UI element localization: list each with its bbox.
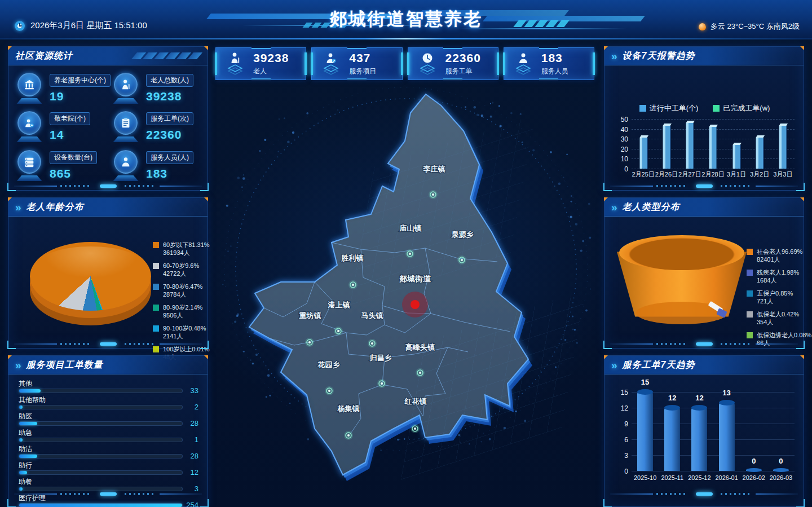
panel-title: 老人类型分布	[623, 201, 680, 213]
x-tick-label: 2025-10	[634, 474, 656, 481]
gridline	[632, 471, 795, 471]
x-tick-label: 3月3日	[773, 170, 792, 179]
y-tick-label: 9	[612, 420, 628, 428]
summary-card: 437服务项目	[311, 47, 402, 80]
y-tick-label: 15	[612, 389, 628, 396]
order-fill	[19, 455, 37, 458]
panel-header: » 服务工单7天趋势	[604, 356, 804, 374]
legend-swatch	[639, 105, 646, 112]
district-label[interactable]: 杨集镇	[337, 404, 360, 413]
order-fill	[19, 438, 23, 442]
chart-column: 02026-02	[740, 392, 767, 471]
x-tick-label: 2025-12	[688, 474, 710, 481]
chart-bar	[664, 408, 680, 471]
stat-label: 设备数量(台)	[50, 151, 97, 164]
chart-bar	[732, 145, 740, 169]
scatter-dot	[580, 249, 582, 252]
scatter-dot	[252, 363, 254, 365]
type-legend: 社会老人96.69%82401人残疾老人1.98%1684人五保户0.85%72…	[747, 248, 811, 352]
scatter-dot	[307, 438, 309, 440]
scatter-dot	[337, 109, 338, 111]
scatter-dot	[397, 439, 399, 441]
icon-platform	[113, 136, 139, 142]
district-label[interactable]: 花园乡	[317, 360, 340, 369]
scatter-dot	[490, 116, 492, 118]
legend-text: 社会老人96.69%82401人	[757, 248, 802, 263]
district-label[interactable]: 港上镇	[328, 301, 350, 309]
district-label[interactable]: 马头镇	[361, 311, 383, 320]
scatter-dot	[571, 195, 572, 197]
scatter-dot	[234, 321, 236, 323]
scatter-dot	[474, 106, 476, 108]
order-row: 助医28	[19, 412, 202, 429]
chart-bar	[639, 138, 647, 169]
order-value: 33	[191, 386, 198, 395]
scatter-dot	[532, 149, 535, 151]
bar-value-label: 13	[722, 389, 730, 397]
scatter-dot	[566, 154, 568, 156]
scatter-dot	[230, 245, 231, 246]
order-label: 助急	[19, 429, 202, 437]
order-label: 其他帮助	[19, 396, 202, 404]
staff-icon	[111, 149, 141, 183]
chart-bar	[746, 470, 762, 471]
age-pie-chart	[30, 242, 151, 327]
legend-item: 五保户0.85%721人	[747, 289, 811, 305]
scatter-dot	[465, 106, 466, 108]
clock-icon	[416, 51, 439, 76]
icon-platform	[17, 175, 42, 181]
y-tick-label: 6	[612, 436, 628, 444]
legend-swatch	[747, 270, 753, 276]
scatter-dot	[277, 151, 279, 152]
legend-item: 已完成工单(w)	[713, 103, 770, 113]
arrow-icon: »	[15, 360, 21, 371]
center-alert-marker[interactable]	[411, 300, 420, 309]
legend-item: 低保老人0.42%354人	[747, 310, 811, 326]
order-row: 助行12	[19, 461, 202, 478]
x-tick-label: 2026-02	[743, 474, 765, 481]
summary-cards: 39238老人437服务项目22360服务工单183服务人员	[215, 47, 594, 80]
order-track	[19, 405, 183, 409]
community-stat-item: 老人总数(人)39238	[111, 70, 204, 107]
stat-value: 183	[146, 167, 167, 180]
center-icon	[14, 72, 45, 105]
orders-bar-list: 其他33其他帮助2助医28助急1助洁28助行12助餐3医疗护理254	[8, 374, 208, 507]
scatter-dot	[570, 216, 572, 219]
chart-bar	[779, 126, 787, 169]
panel-header: » 服务项目工单数量	[8, 356, 208, 374]
scatter-dot	[241, 186, 243, 188]
scatter-dot	[266, 396, 267, 398]
order-value: 12	[191, 468, 198, 477]
chart-column: 2月26日	[655, 119, 678, 169]
elder-icon	[111, 72, 141, 105]
scatter-dot	[558, 183, 561, 185]
panel-title: 服务项目工单数量	[27, 359, 103, 371]
scatter-dot	[381, 449, 382, 451]
scatter-dot	[520, 113, 522, 115]
panel-age-distribution: » 老人年龄分布 60岁以下81.31%361934人60-70岁9.6%427…	[8, 197, 208, 349]
scatter-dot	[588, 203, 590, 205]
scatter-dot	[563, 177, 564, 178]
card-label: 服务工单	[445, 67, 481, 76]
district-label[interactable]: 重坊镇	[299, 311, 321, 320]
legend-text: 低保老人0.42%354人	[757, 310, 799, 326]
scatter-dot	[404, 438, 405, 440]
bar-value-label: 0	[752, 457, 756, 465]
scatter-dot	[279, 118, 280, 120]
scatter-dot	[589, 237, 591, 239]
y-tick-label: 40	[612, 126, 628, 134]
legend-item: 进行中工单(个)	[639, 103, 699, 113]
y-tick-label: 0	[612, 165, 628, 173]
icon-platform	[113, 175, 139, 181]
poi-marker-dot	[347, 434, 350, 437]
legend-text: 60-70岁9.6%42722人	[163, 262, 199, 277]
district-label[interactable]: 归昌乡	[369, 354, 392, 362]
chart-bar	[773, 470, 789, 471]
legend-item: 社会老人96.69%82401人	[747, 248, 811, 263]
order-value: 28	[191, 419, 198, 427]
panel-header: » 老人类型分布	[604, 198, 804, 217]
stat-value: 865	[50, 167, 71, 180]
legend-text: 80-90岁2.14%9506人	[163, 303, 202, 319]
community-stat-grid: 养老服务中心(个)19老人总数(人)39238敬老院(个)14服务工单(次)22…	[8, 65, 208, 187]
clock-icon	[15, 21, 25, 31]
